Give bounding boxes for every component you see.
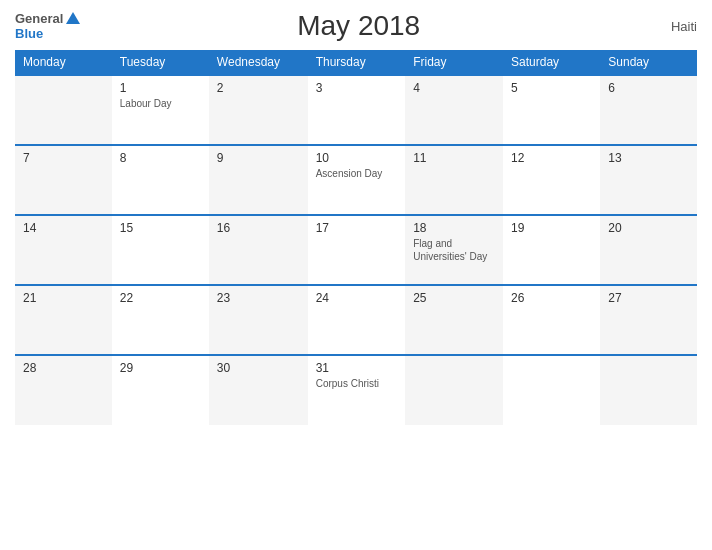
calendar-cell: 6 [600,75,697,145]
calendar-cell: 7 [15,145,112,215]
calendar-cell: 1Labour Day [112,75,209,145]
cell-date: 15 [120,221,201,235]
calendar-cell: 28 [15,355,112,425]
cell-date: 4 [413,81,495,95]
calendar-cell: 8 [112,145,209,215]
cell-date: 14 [23,221,104,235]
calendar-cell: 11 [405,145,503,215]
cell-event: Labour Day [120,97,201,110]
calendar-cell: 2 [209,75,308,145]
calendar-cell: 23 [209,285,308,355]
cell-date: 19 [511,221,592,235]
cell-date: 10 [316,151,398,165]
cell-date: 18 [413,221,495,235]
calendar-cell: 12 [503,145,600,215]
logo: General Blue [15,11,80,41]
cell-date: 21 [23,291,104,305]
calendar-cell: 20 [600,215,697,285]
cell-date: 26 [511,291,592,305]
cell-date: 24 [316,291,398,305]
calendar-title: May 2018 [80,10,637,42]
cell-date: 31 [316,361,398,375]
col-monday: Monday [15,50,112,75]
calendar-cell: 25 [405,285,503,355]
cell-date: 28 [23,361,104,375]
calendar-week-row: 1Labour Day23456 [15,75,697,145]
col-sunday: Sunday [600,50,697,75]
cell-date: 9 [217,151,300,165]
calendar-cell: 19 [503,215,600,285]
calendar-cell: 10Ascension Day [308,145,406,215]
calendar-cell: 27 [600,285,697,355]
cell-date: 27 [608,291,689,305]
cell-event: Ascension Day [316,167,398,180]
cell-date: 29 [120,361,201,375]
calendar-cell [15,75,112,145]
col-thursday: Thursday [308,50,406,75]
header: General Blue May 2018 Haiti [15,10,697,42]
calendar-cell [503,355,600,425]
cell-date: 23 [217,291,300,305]
calendar-cell: 14 [15,215,112,285]
calendar-cell: 26 [503,285,600,355]
calendar-cell: 18Flag and Universities' Day [405,215,503,285]
calendar-cell: 5 [503,75,600,145]
calendar-cell: 3 [308,75,406,145]
calendar-week-row: 28293031Corpus Christi [15,355,697,425]
calendar-cell: 30 [209,355,308,425]
logo-triangle-icon [66,12,80,24]
col-friday: Friday [405,50,503,75]
cell-event: Flag and Universities' Day [413,237,495,263]
cell-date: 22 [120,291,201,305]
calendar-cell: 21 [15,285,112,355]
cell-event: Corpus Christi [316,377,398,390]
calendar-cell: 15 [112,215,209,285]
cell-date: 8 [120,151,201,165]
cell-date: 25 [413,291,495,305]
cell-date: 20 [608,221,689,235]
cell-date: 6 [608,81,689,95]
calendar-table: Monday Tuesday Wednesday Thursday Friday… [15,50,697,425]
col-tuesday: Tuesday [112,50,209,75]
calendar-cell: 17 [308,215,406,285]
logo-general-text: General [15,11,63,26]
calendar-week-row: 21222324252627 [15,285,697,355]
cell-date: 7 [23,151,104,165]
calendar-cell: 16 [209,215,308,285]
cell-date: 1 [120,81,201,95]
cell-date: 3 [316,81,398,95]
cell-date: 17 [316,221,398,235]
cell-date: 12 [511,151,592,165]
country-label: Haiti [637,19,697,34]
cell-date: 16 [217,221,300,235]
cell-date: 13 [608,151,689,165]
calendar-header-row: Monday Tuesday Wednesday Thursday Friday… [15,50,697,75]
calendar-cell: 24 [308,285,406,355]
calendar-cell: 13 [600,145,697,215]
calendar-cell: 31Corpus Christi [308,355,406,425]
col-wednesday: Wednesday [209,50,308,75]
calendar-cell: 22 [112,285,209,355]
cell-date: 30 [217,361,300,375]
cell-date: 5 [511,81,592,95]
cell-date: 2 [217,81,300,95]
calendar-cell [405,355,503,425]
calendar-cell [600,355,697,425]
col-saturday: Saturday [503,50,600,75]
logo-blue-text: Blue [15,26,43,41]
calendar-week-row: 1415161718Flag and Universities' Day1920 [15,215,697,285]
cell-date: 11 [413,151,495,165]
calendar-cell: 4 [405,75,503,145]
calendar-week-row: 78910Ascension Day111213 [15,145,697,215]
calendar-cell: 29 [112,355,209,425]
page: General Blue May 2018 Haiti Monday Tuesd… [0,0,712,550]
calendar-cell: 9 [209,145,308,215]
